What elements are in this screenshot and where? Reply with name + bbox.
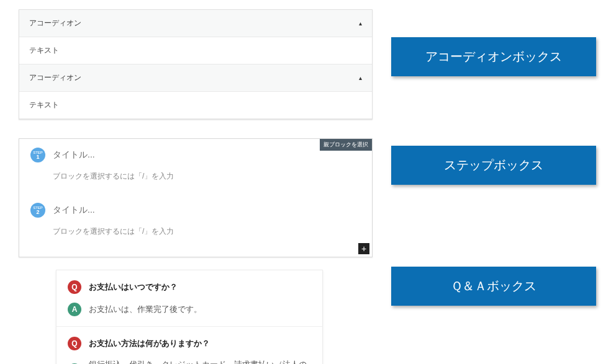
accordion-header-label: アコーディオン — [29, 73, 81, 83]
qa-question-row: Q お支払いはいつですか？ — [68, 280, 311, 294]
accordion-body[interactable]: テキスト — [19, 37, 372, 64]
accordion-block: アコーディオン ▴ テキスト アコーディオン ▴ テキスト — [19, 9, 373, 120]
plus-icon: + — [361, 244, 366, 253]
label-step-box: ステップボックス — [391, 146, 596, 185]
label-accordion-box: アコーディオンボックス — [391, 37, 596, 76]
parent-block-select-tag[interactable]: 親ブロックを選択 — [320, 139, 372, 151]
step-badge-icon: STEP 1 — [30, 148, 45, 162]
qa-question-text[interactable]: お支払い方法は何がありますか？ — [89, 338, 210, 349]
qa-block: Q お支払いはいつですか？ A お支払いは、作業完了後です。 Q お支払い方法は… — [56, 270, 323, 364]
accordion-header-label: アコーディオン — [29, 18, 81, 29]
step-block: 親ブロックを選択 STEP 1 タイトル... ブロックを選択するには「/」を入… — [19, 138, 373, 257]
qa-question-row: Q お支払い方法は何がありますか？ — [68, 337, 311, 350]
step-content-placeholder[interactable]: ブロックを選択するには「/」を入力 — [53, 226, 361, 237]
label-qa-box: Ｑ＆Ａボックス — [391, 267, 596, 306]
step-badge-number: 1 — [36, 154, 39, 160]
step-item[interactable]: STEP 2 タイトル... ブロックを選択するには「/」を入力 — [23, 198, 368, 253]
question-badge-icon: Q — [68, 337, 81, 350]
step-badge-number: 2 — [36, 210, 39, 215]
step-title-input[interactable]: タイトル... — [53, 149, 95, 161]
answer-badge-icon: A — [68, 303, 81, 316]
qa-question-text[interactable]: お支払いはいつですか？ — [89, 282, 178, 293]
chevron-up-icon: ▴ — [359, 20, 362, 27]
step-title-input[interactable]: タイトル... — [53, 205, 95, 216]
step-content-placeholder[interactable]: ブロックを選択するには「/」を入力 — [53, 171, 361, 182]
qa-answer-text[interactable]: 銀行振込、代引き、クレジットカード、請求書払い（法人のみ）です。 — [89, 359, 311, 364]
add-step-button[interactable]: + — [358, 243, 369, 254]
qa-item: Q お支払いはいつですか？ A お支払いは、作業完了後です。 — [57, 270, 322, 326]
accordion-header[interactable]: アコーディオン ▴ — [19, 64, 372, 92]
accordion-header[interactable]: アコーディオン ▴ — [19, 10, 372, 37]
accordion-body[interactable]: テキスト — [19, 92, 372, 119]
step-header: STEP 2 タイトル... — [30, 203, 361, 218]
chevron-up-icon: ▴ — [359, 74, 362, 81]
question-badge-icon: Q — [68, 280, 81, 294]
qa-answer-text[interactable]: お支払いは、作業完了後です。 — [89, 304, 202, 315]
step-header: STEP 1 タイトル... — [30, 148, 361, 162]
qa-answer-row: A 銀行振込、代引き、クレジットカード、請求書払い（法人のみ）です。 — [68, 359, 311, 364]
qa-item: Q お支払い方法は何がありますか？ A 銀行振込、代引き、クレジットカード、請求… — [57, 326, 322, 364]
step-badge-icon: STEP 2 — [30, 203, 45, 218]
step-item[interactable]: STEP 1 タイトル... ブロックを選択するには「/」を入力 — [23, 143, 368, 198]
qa-answer-row: A お支払いは、作業完了後です。 — [68, 303, 311, 316]
